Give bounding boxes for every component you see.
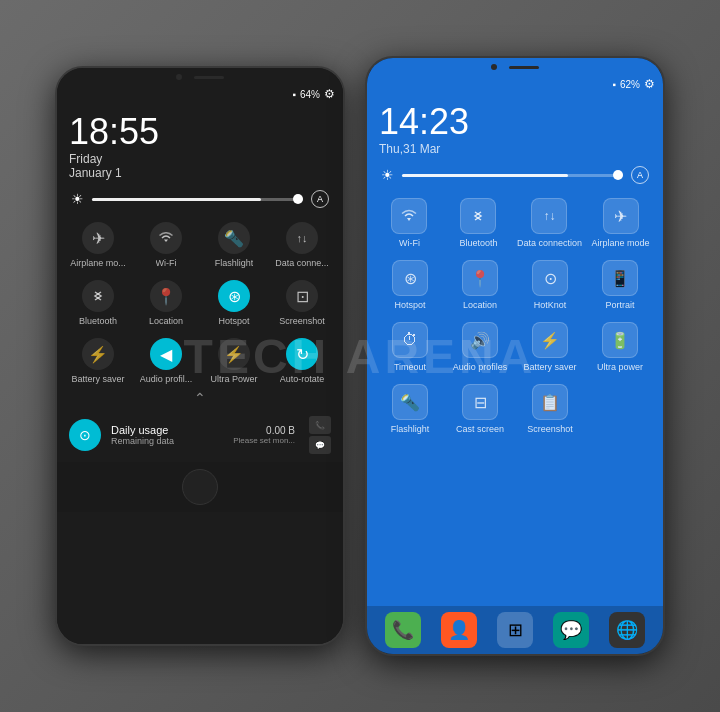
- toggle-wifi[interactable]: Wi-Fi: [133, 214, 199, 272]
- right-cast-label: Cast screen: [456, 424, 504, 434]
- right-toggle-airplane[interactable]: ✈ Airplane mode: [588, 190, 653, 252]
- ultra-power-label: Ultra Power: [210, 374, 257, 384]
- toggle-audio[interactable]: ◀ Audio profil...: [133, 330, 199, 388]
- right-toggle-audio[interactable]: 🔊 Audio profiles: [447, 314, 513, 376]
- airplane-label: Airplane mo...: [70, 258, 126, 268]
- right-hotspot-icon: ⊛: [392, 260, 428, 296]
- data-subtitle: Remaining data: [111, 436, 223, 446]
- right-hotknot-icon: ⊙: [532, 260, 568, 296]
- left-auto-icon[interactable]: A: [311, 190, 329, 208]
- data-label: Data conne...: [275, 258, 329, 268]
- right-wifi-icon: [391, 198, 427, 234]
- dock-apps[interactable]: ⊞: [497, 612, 533, 648]
- toggle-ultra-power[interactable]: ⚡ Ultra Power: [201, 330, 267, 388]
- right-flashlight-label: Flashlight: [391, 424, 430, 434]
- battery-saver-icon: ⚡: [82, 338, 114, 370]
- screenshot-label: Screenshot: [279, 316, 325, 326]
- left-battery-pct: 64%: [300, 89, 320, 100]
- wifi-icon: [150, 222, 182, 254]
- right-battery-label: Battery saver: [523, 362, 576, 372]
- location-label: Location: [149, 316, 183, 326]
- right-brightness-fill: [402, 174, 568, 177]
- left-home-button[interactable]: [182, 469, 218, 505]
- right-location-label: Location: [463, 300, 497, 310]
- dock-contacts[interactable]: 👤: [441, 612, 477, 648]
- right-portrait-icon: 📱: [602, 260, 638, 296]
- left-settings-icon[interactable]: ⚙: [324, 87, 335, 101]
- right-toggle-bluetooth[interactable]: Bluetooth: [446, 190, 511, 252]
- data-title: Daily usage: [111, 424, 223, 436]
- toggle-bluetooth[interactable]: Bluetooth: [65, 272, 131, 330]
- toggle-location[interactable]: 📍 Location: [133, 272, 199, 330]
- left-brightness-thumb[interactable]: [293, 194, 303, 204]
- toggle-flashlight[interactable]: 🔦 Flashlight: [201, 214, 267, 272]
- right-toggle-flashlight[interactable]: 🔦 Flashlight: [377, 376, 443, 438]
- left-brightness-row: ☀ A: [57, 184, 343, 214]
- right-auto-icon[interactable]: A: [631, 166, 649, 184]
- rotate-icon: ↻: [286, 338, 318, 370]
- right-bottom-dock: 📞 👤 ⊞ 💬 🌐: [367, 606, 663, 654]
- data-note: Please set mon...: [233, 436, 295, 445]
- dock-phone[interactable]: 📞: [385, 612, 421, 648]
- right-brightness-thumb[interactable]: [613, 170, 623, 180]
- screenshot-icon: ⊡: [286, 280, 318, 312]
- right-toggle-ultra[interactable]: 🔋 Ultra power: [587, 314, 653, 376]
- right-toggle-battery[interactable]: ⚡ Battery saver: [517, 314, 583, 376]
- left-battery-icon: ▪: [292, 89, 296, 100]
- right-toggle-location[interactable]: 📍 Location: [447, 252, 513, 314]
- left-toggle-row3: ⚡ Battery saver ◀ Audio profil... ⚡ Ultr…: [57, 330, 343, 388]
- right-settings-icon[interactable]: ⚙: [644, 77, 655, 91]
- data-icon: ↑↓: [286, 222, 318, 254]
- right-toggle-wifi[interactable]: Wi-Fi: [377, 190, 442, 252]
- bluetooth-label: Bluetooth: [79, 316, 117, 326]
- right-flashlight-icon: 🔦: [392, 384, 428, 420]
- data-usage-icon: ⊙: [69, 419, 101, 451]
- left-time: 18:55: [69, 114, 331, 150]
- right-location-icon: 📍: [462, 260, 498, 296]
- left-chevron-up[interactable]: ⌃: [57, 388, 343, 408]
- right-toggle-portrait[interactable]: 📱 Portrait: [587, 252, 653, 314]
- right-toggle-data[interactable]: ↑↓ Data connection: [515, 190, 584, 252]
- left-status-bar: ▪ 64% ⚙: [57, 82, 343, 106]
- right-time: 14:23: [379, 104, 651, 140]
- right-toggle-screenshot[interactable]: 📋 Screenshot: [517, 376, 583, 438]
- right-toggle-hotspot[interactable]: ⊛ Hotspot: [377, 252, 443, 314]
- audio-label: Audio profil...: [140, 374, 193, 384]
- left-camera-row: [57, 68, 343, 82]
- right-data-label: Data connection: [517, 238, 582, 248]
- right-hotspot-label: Hotspot: [394, 300, 425, 310]
- right-cast-icon: ⊟: [462, 384, 498, 420]
- ultra-power-icon: ⚡: [218, 338, 250, 370]
- right-brightness-row: ☀ A: [367, 160, 663, 190]
- data-right: 0.00 B Please set mon...: [233, 425, 295, 445]
- right-brightness-icon: ☀: [381, 167, 394, 183]
- toggle-screenshot[interactable]: ⊡ Screenshot: [269, 272, 335, 330]
- left-bottom: [57, 462, 343, 512]
- left-brightness-track[interactable]: [92, 198, 303, 201]
- right-speaker: [509, 66, 539, 69]
- right-brightness-track[interactable]: [402, 174, 623, 177]
- right-toggle-row2: ⊛ Hotspot 📍 Location ⊙ HotKnot 📱 Portrai…: [367, 252, 663, 314]
- right-toggle-timeout[interactable]: ⏱ Timeout: [377, 314, 443, 376]
- toggle-hotspot[interactable]: ⊛ Hotspot: [201, 272, 267, 330]
- airplane-icon: ✈: [82, 222, 114, 254]
- right-toggle-cast[interactable]: ⊟ Cast screen: [447, 376, 513, 438]
- right-ultra-icon: 🔋: [602, 322, 638, 358]
- left-data-usage: ⊙ Daily usage Remaining data 0.00 B Plea…: [57, 408, 343, 462]
- dock-messages[interactable]: 💬: [553, 612, 589, 648]
- right-screenshot-label: Screenshot: [527, 424, 573, 434]
- right-empty-slot: [602, 384, 638, 420]
- right-audio-label: Audio profiles: [453, 362, 508, 372]
- right-bluetooth-icon: [460, 198, 496, 234]
- toggle-battery-saver[interactable]: ⚡ Battery saver: [65, 330, 131, 388]
- right-toggle-empty: [587, 376, 653, 438]
- toggle-data[interactable]: ↑↓ Data conne...: [269, 214, 335, 272]
- toggle-airplane[interactable]: ✈ Airplane mo...: [65, 214, 131, 272]
- hotspot-icon: ⊛: [218, 280, 250, 312]
- dock-browser[interactable]: 🌐: [609, 612, 645, 648]
- left-toggle-row2: Bluetooth 📍 Location ⊛ Hotspot ⊡ Screens…: [57, 272, 343, 330]
- toggle-rotate[interactable]: ↻ Auto-rotate: [269, 330, 335, 388]
- right-hotknot-label: HotKnot: [534, 300, 567, 310]
- right-toggle-hotknot[interactable]: ⊙ HotKnot: [517, 252, 583, 314]
- right-timeout-icon: ⏱: [392, 322, 428, 358]
